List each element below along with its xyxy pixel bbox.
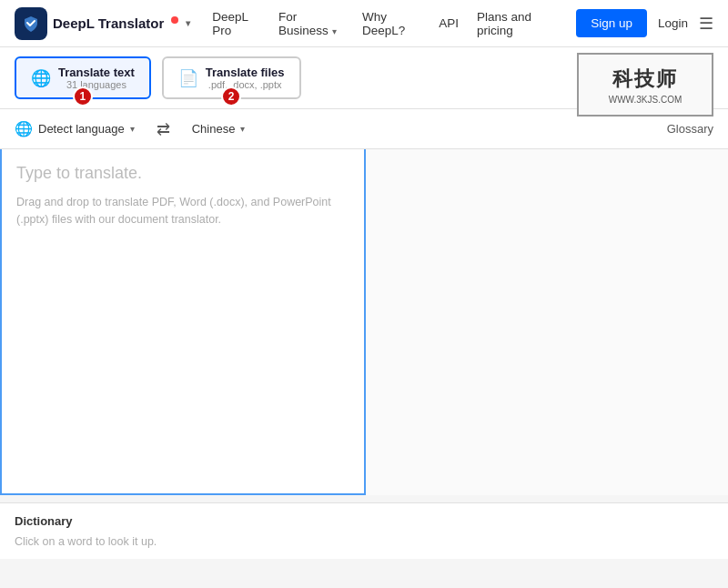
logo-text: DeepL Translator [53,15,164,31]
nav-api[interactable]: API [439,16,459,30]
translate-files-label: Translate files [206,66,285,79]
signup-button[interactable]: Sign up [576,9,647,37]
nav-deepl-pro[interactable]: DeepL Pro [212,10,260,37]
logo[interactable]: DeepL Translator ▾ [15,7,190,40]
watermark: 科技师 WWW.3KJS.COM [577,53,713,117]
target-language-selector[interactable]: Chinese ▾ [192,122,246,136]
translate-files-tab[interactable]: 📄 Translate files .pdf, .docx, .pptx 2 [162,56,301,99]
for-business-arrow-icon: ▾ [332,26,337,36]
nav-why-deepl[interactable]: Why DeepL? [362,10,420,37]
nav-links: DeepL Pro For Business ▾ Why DeepL? API … [212,10,554,37]
menu-icon[interactable]: ☰ [699,14,713,34]
dictionary-section: Dictionary Click on a word to look it up… [0,502,728,559]
nav-for-business[interactable]: For Business ▾ [278,10,344,37]
detect-language-label: Detect language [38,122,125,136]
watermark-url: WWW.3KJS.COM [609,95,682,105]
document-icon: 📄 [178,68,198,88]
translate-files-tab-content: Translate files .pdf, .docx, .pptx [206,66,285,90]
swap-languages-button[interactable]: ⇄ [135,119,192,139]
target-language-label: Chinese [192,122,236,136]
translate-text-tab-content: Translate text 31 languages [58,66,135,90]
dictionary-hint: Click on a word to look it up. [15,535,713,548]
detect-language-selector[interactable]: 🌐 Detect language ▾ [15,120,135,137]
globe-icon: 🌐 [31,68,51,88]
tab-badge-1: 1 [73,86,93,106]
source-hint: Drag and drop to translate PDF, Word (.d… [16,194,349,228]
tabs-row: 🌐 Translate text 31 languages 1 📄 Transl… [0,47,728,109]
target-language-chevron-icon: ▾ [240,124,245,134]
translate-text-label: Translate text [58,66,135,79]
nav-plans-pricing[interactable]: Plans and pricing [477,10,554,37]
target-panel [366,149,728,495]
login-button[interactable]: Login [658,16,688,30]
logo-chevron-icon: ▾ [186,18,190,28]
tab-badge-2: 2 [221,86,241,106]
header: DeepL Translator ▾ DeepL Pro For Busines… [0,0,728,47]
glossary-button[interactable]: Glossary [667,122,713,136]
nav-right: Sign up Login ☰ [576,9,713,37]
translate-files-sublabel: .pdf, .docx, .pptx [206,79,285,90]
logo-badge [171,16,178,24]
translation-panels: Type to translate. Drag and drop to tran… [0,149,728,495]
translate-text-sublabel: 31 languages [58,79,135,90]
dictionary-title: Dictionary [15,514,713,528]
deepl-logo-icon [15,7,47,40]
source-placeholder: Type to translate. [16,164,349,183]
watermark-chinese: 科技师 [612,66,678,93]
detect-language-icon: 🌐 [15,120,33,137]
source-panel[interactable]: Type to translate. Drag and drop to tran… [0,149,366,495]
translate-text-tab[interactable]: 🌐 Translate text 31 languages 1 [15,56,151,99]
